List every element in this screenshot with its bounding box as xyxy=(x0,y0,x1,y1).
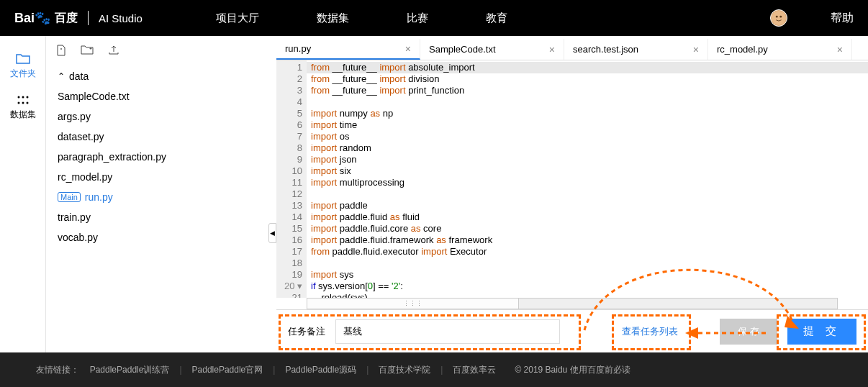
svg-point-4 xyxy=(22,96,24,99)
footer-link-3[interactable]: 百度技术学院 xyxy=(379,364,430,376)
svg-point-3 xyxy=(17,96,19,99)
new-file-icon[interactable] xyxy=(56,45,66,59)
left-icon-nav: 文件夹 数据集 xyxy=(0,36,46,352)
header: Bai🐾 百度 AI Studio 项目大厅 数据集 比赛 教育 帮助 xyxy=(0,0,868,36)
new-folder-icon[interactable] xyxy=(81,45,94,59)
code-body[interactable]: from __future__ import absolute_importfr… xyxy=(307,60,868,298)
logo-section: Bai🐾 百度 AI Studio xyxy=(14,10,216,26)
file-train[interactable]: train.py xyxy=(56,207,266,227)
svg-point-7 xyxy=(22,102,24,104)
tab-run-py[interactable]: run.py× xyxy=(276,39,420,60)
line-gutter: 1234567891011121314151617181920 ▾2122232… xyxy=(276,60,307,298)
close-icon[interactable]: × xyxy=(693,44,699,55)
body-area: 文件夹 数据集 data SampleCode.txt args.py data… xyxy=(0,36,868,352)
upload-icon[interactable] xyxy=(108,45,119,59)
nav-education[interactable]: 教育 xyxy=(486,12,507,25)
nav-competition[interactable]: 比赛 xyxy=(407,12,428,25)
file-panel: data SampleCode.txt args.py dataset.py p… xyxy=(46,36,276,352)
task-label: 任务备注 xyxy=(288,325,325,338)
footer-copyright: © 2019 Baidu 使用百度前必读 xyxy=(515,364,630,376)
editor-area: ◀ run.py× SampleCode.txt× search.test.js… xyxy=(276,36,868,352)
close-icon[interactable]: × xyxy=(405,43,411,55)
save-button[interactable]: 保 存 xyxy=(720,319,777,345)
user-avatar[interactable] xyxy=(770,9,787,27)
nav-project-hall[interactable]: 项目大厅 xyxy=(216,12,259,25)
close-icon[interactable]: × xyxy=(549,44,555,55)
top-nav: 项目大厅 数据集 比赛 教育 xyxy=(216,12,507,25)
view-task-list-link[interactable]: 查看任务列表 xyxy=(622,325,678,338)
svg-point-2 xyxy=(779,16,782,18)
file-vocab[interactable]: vocab.py xyxy=(56,227,266,247)
svg-point-0 xyxy=(772,11,786,25)
svg-point-6 xyxy=(17,102,19,104)
ai-studio-label: AI Studio xyxy=(99,12,143,24)
file-args[interactable]: args.py xyxy=(56,106,266,127)
svg-point-8 xyxy=(26,102,28,104)
file-paragraph-extraction[interactable]: paragraph_extraction.py xyxy=(56,147,266,167)
left-nav-datasets-label: 数据集 xyxy=(10,109,36,121)
task-note-input[interactable] xyxy=(335,319,560,344)
submit-button[interactable]: 提 交 xyxy=(787,319,856,345)
footer-link-0[interactable]: PaddlePaddle训练营 xyxy=(90,364,170,376)
folder-data[interactable]: data xyxy=(56,66,266,86)
code-editor[interactable]: 1234567891011121314151617181920 ▾2122232… xyxy=(276,60,868,298)
left-nav-datasets[interactable]: 数据集 xyxy=(0,88,45,127)
file-toolbar xyxy=(46,43,276,66)
header-right: 帮助 xyxy=(770,9,854,27)
main-badge: Main xyxy=(58,192,81,202)
baidu-text: 百度 xyxy=(55,11,78,26)
horizontal-scrollbar[interactable]: ⋮⋮⋮ xyxy=(307,298,838,309)
baidu-paw-icon: Bai🐾 xyxy=(14,10,50,26)
divider-icon xyxy=(88,11,89,25)
tab-search-test[interactable]: search.test.json× xyxy=(564,39,708,60)
file-dataset[interactable]: dataset.py xyxy=(56,127,266,147)
editor-tabs: run.py× SampleCode.txt× search.test.json… xyxy=(276,36,868,60)
svg-point-1 xyxy=(776,16,778,18)
svg-point-5 xyxy=(26,96,28,99)
file-samplecode[interactable]: SampleCode.txt xyxy=(56,86,266,106)
dataset-icon xyxy=(16,94,30,106)
tab-rc-model[interactable]: rc_model.py× xyxy=(708,39,852,60)
close-icon[interactable]: × xyxy=(837,44,843,55)
footer-link-1[interactable]: PaddlePaddle官网 xyxy=(192,364,263,376)
file-tree: data SampleCode.txt args.py dataset.py p… xyxy=(46,66,276,247)
footer-link-4[interactable]: 百度效率云 xyxy=(453,364,496,376)
help-link[interactable]: 帮助 xyxy=(831,11,854,26)
file-rc-model[interactable]: rc_model.py xyxy=(56,167,266,187)
file-run-label: run.py xyxy=(85,191,113,203)
folder-icon xyxy=(16,53,30,65)
left-nav-files[interactable]: 文件夹 xyxy=(0,47,45,86)
file-run-py[interactable]: Main run.py xyxy=(56,187,266,207)
footer-link-2[interactable]: PaddlePaddle源码 xyxy=(285,364,356,376)
left-nav-files-label: 文件夹 xyxy=(10,68,36,80)
bottom-bar: 任务备注 查看任务列表 保 存 提 交 xyxy=(276,309,868,352)
collapse-panel-handle[interactable]: ◀ xyxy=(268,223,276,243)
nav-datasets[interactable]: 数据集 xyxy=(317,12,349,25)
footer-prefix: 友情链接： xyxy=(36,364,79,376)
footer: 友情链接： PaddlePaddle训练营| PaddlePaddle官网| P… xyxy=(0,352,868,387)
tab-samplecode[interactable]: SampleCode.txt× xyxy=(420,39,564,60)
